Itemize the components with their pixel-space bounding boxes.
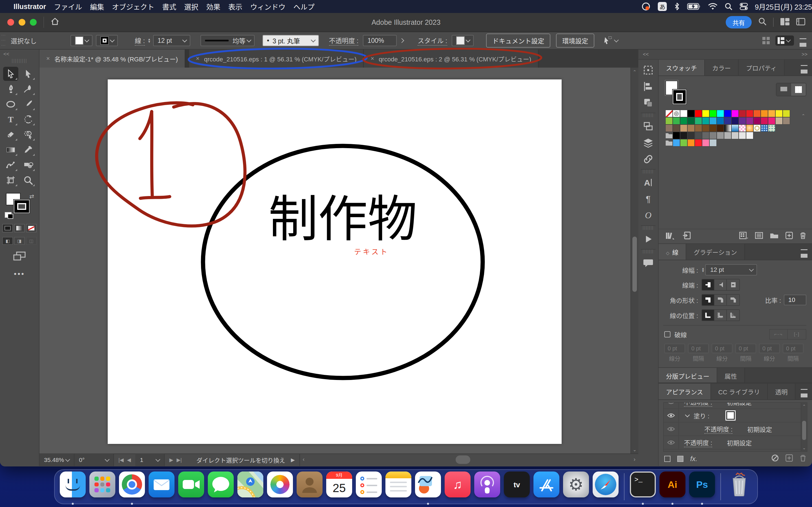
tab-transparency[interactable]: 透明 xyxy=(768,384,795,399)
swatch-F15A24[interactable] xyxy=(753,110,761,117)
default-fill-stroke-icon[interactable] xyxy=(5,212,11,218)
menu-ファイル[interactable]: ファイル xyxy=(54,3,82,11)
canvas[interactable]: テキスト 制作物 ⌃ ⌄ xyxy=(40,68,638,453)
delete-swatch-icon[interactable] xyxy=(800,232,806,241)
screen-mode-icon[interactable] xyxy=(13,251,26,263)
miter-limit-field[interactable]: 10 xyxy=(784,295,806,305)
dock-terminal[interactable]: >_ xyxy=(630,471,656,502)
new-swatch-icon[interactable] xyxy=(785,232,793,241)
appearance-scroll-down-icon[interactable]: ⌄ xyxy=(801,446,807,450)
actions-panel-icon[interactable] xyxy=(640,231,657,247)
swatch-scroll-icon[interactable]: ⌃ xyxy=(802,113,805,119)
dock-freeform[interactable] xyxy=(415,471,441,502)
document-tab-3[interactable]: ×qrcode_210516.eps : 2 @ 56.31 % (CMYK/プ… xyxy=(364,50,539,68)
swatch-4D4D4D[interactable] xyxy=(695,132,702,139)
menu-ヘルプ[interactable]: ヘルプ xyxy=(293,3,314,11)
dash-value[interactable]: 0 pt xyxy=(759,344,780,353)
close-tab-icon[interactable]: × xyxy=(46,55,50,62)
new-fill-icon[interactable] xyxy=(677,456,683,462)
appearance-row-3[interactable]: 不透明度 :初期設定 xyxy=(664,422,807,436)
swatch-333333[interactable] xyxy=(688,132,695,139)
swatch-93278F[interactable] xyxy=(746,117,753,124)
zoom-tool[interactable] xyxy=(20,173,36,187)
workspace-switcher-icon[interactable] xyxy=(780,17,790,27)
swatch-A67C52[interactable] xyxy=(688,124,695,132)
appearance-row-1[interactable]: 不透明度 :初期設定 xyxy=(664,402,807,409)
tab-attributes[interactable]: 属性 xyxy=(717,368,745,383)
dock-podcasts[interactable] xyxy=(474,471,500,502)
swatch-998675[interactable] xyxy=(783,117,790,124)
dock-photos[interactable] xyxy=(267,471,293,502)
appearance-row-4[interactable]: 不透明度 :初期設定 xyxy=(664,436,807,450)
stroke-weight-dropdown[interactable]: 12 pt xyxy=(705,264,757,276)
swatch-662D91[interactable] xyxy=(739,117,746,124)
new-folder-icon[interactable] xyxy=(770,232,779,240)
gradient-mode-button[interactable] xyxy=(14,224,25,232)
dash-value[interactable]: 0 pt xyxy=(712,344,732,353)
swatch-C7B299[interactable] xyxy=(775,117,783,124)
panel-toggle-icon[interactable] xyxy=(796,17,805,27)
stroke-width-stepper[interactable]: ▲▼ xyxy=(148,38,151,43)
panel-list-icon[interactable] xyxy=(800,38,806,43)
swatch-FF00FF[interactable] xyxy=(731,110,739,117)
hidden-text[interactable]: テキスト xyxy=(354,246,389,256)
fill-color-chip[interactable] xyxy=(726,411,735,420)
vertical-scrollbar[interactable]: ⌃ ⌄ xyxy=(630,68,638,453)
symbols-tool[interactable] xyxy=(20,158,36,172)
expand-fill-icon[interactable] xyxy=(685,413,690,417)
arrange-documents-icon[interactable] xyxy=(762,37,770,44)
opacity-row-label[interactable]: 不透明度 : xyxy=(684,438,712,447)
opacity-row-label[interactable]: 不透明度 : xyxy=(704,424,732,434)
swatch-754C24[interactable] xyxy=(702,124,709,132)
dash-value[interactable]: 0 pt xyxy=(688,344,709,353)
comments-panel-icon[interactable] xyxy=(640,255,657,271)
stroke-profile-dropdown[interactable]: 均等 xyxy=(200,35,255,46)
swatch-FFFFFF[interactable] xyxy=(680,110,688,117)
gradient-tool[interactable] xyxy=(3,143,18,157)
dock-settings[interactable]: ⚙ xyxy=(563,471,589,502)
next-artboard-icon[interactable]: ▶ xyxy=(169,457,173,463)
dock-maps[interactable] xyxy=(238,471,263,502)
menu-オブジェクト[interactable]: オブジェクト xyxy=(112,3,154,11)
type-tool[interactable]: T xyxy=(3,112,18,126)
duplicate-item-icon[interactable] xyxy=(785,454,793,463)
vertical-scroll-thumb[interactable] xyxy=(632,237,637,292)
visibility-eye-icon[interactable] xyxy=(664,427,678,432)
swatch-D9E021[interactable] xyxy=(783,110,790,117)
dock-reminders[interactable] xyxy=(356,471,382,502)
shape-builder-tool[interactable] xyxy=(20,128,36,142)
zoom-window-button[interactable] xyxy=(30,19,37,25)
swatch-grid-view-icon[interactable] xyxy=(791,83,806,96)
document-setup-button[interactable]: ドキュメント設定 xyxy=(486,34,550,48)
menu-bar-clock[interactable]: 9月25日(月) 23:25 xyxy=(755,1,812,11)
dock-appstore[interactable] xyxy=(534,471,559,502)
collapse-panels-icon[interactable]: >> xyxy=(802,52,808,57)
swatch-00FFFF[interactable] xyxy=(717,110,724,117)
swatch-2E3192[interactable] xyxy=(724,117,731,124)
close-window-button[interactable] xyxy=(7,19,14,25)
align-outside-icon[interactable] xyxy=(727,310,739,321)
style-label[interactable]: スタイル : xyxy=(417,36,447,46)
swatch-BDCCD4[interactable] xyxy=(709,139,717,147)
artboard-panel-icon[interactable] xyxy=(640,62,657,78)
visibility-eye-icon[interactable] xyxy=(664,413,678,418)
swatch-D4145A[interactable] xyxy=(761,117,768,124)
swatch-009245[interactable] xyxy=(680,117,688,124)
rotation-dropdown[interactable]: 0° xyxy=(74,454,114,466)
add-to-library-icon[interactable] xyxy=(682,231,691,241)
input-source-badge[interactable]: あ xyxy=(658,2,667,11)
swap-fill-stroke-icon[interactable]: ⇄ xyxy=(29,193,34,200)
swatch-CCCCCC[interactable] xyxy=(731,132,739,139)
direct-selection-tool[interactable] xyxy=(20,67,36,81)
tab-gradient[interactable]: グラデーション xyxy=(686,244,745,260)
links-panel-icon[interactable] xyxy=(640,151,657,167)
close-tab-icon[interactable]: × xyxy=(196,55,200,62)
swatch-FF0000[interactable] xyxy=(695,110,702,117)
preferences-button[interactable]: 環境設定 xyxy=(556,34,594,48)
collapse-tools-icon[interactable]: << xyxy=(3,51,9,57)
tab-stroke[interactable]: ◇線 xyxy=(659,244,686,260)
last-artboard-icon[interactable]: ▶| xyxy=(176,457,182,463)
horizontal-scroll-thumb[interactable] xyxy=(456,455,470,464)
horizontal-scrollbar[interactable]: ‹ › xyxy=(299,454,638,466)
stroke-width-dropdown[interactable]: 12 pt xyxy=(153,35,190,46)
